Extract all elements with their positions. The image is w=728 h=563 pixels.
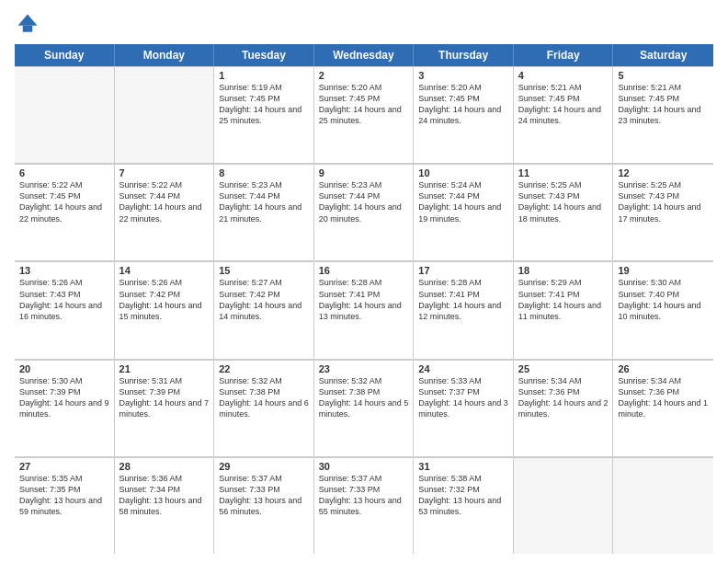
day-number: 18: [518, 265, 609, 276]
svg-marker-0: [18, 15, 38, 26]
day-number: 6: [19, 167, 109, 178]
day-content: Sunrise: 5:19 AM Sunset: 7:45 PM Dayligh…: [219, 82, 309, 127]
calendar: SundayMondayTuesdayWednesdayThursdayFrid…: [15, 44, 713, 554]
day-cell-25: 25Sunrise: 5:34 AM Sunset: 7:36 PM Dayli…: [514, 361, 614, 456]
day-content: Sunrise: 5:30 AM Sunset: 7:40 PM Dayligh…: [618, 277, 709, 322]
day-cell-17: 17Sunrise: 5:28 AM Sunset: 7:41 PM Dayli…: [414, 262, 514, 358]
day-number: 15: [219, 265, 309, 276]
day-content: Sunrise: 5:26 AM Sunset: 7:42 PM Dayligh…: [119, 277, 210, 322]
day-cell-20: 20Sunrise: 5:30 AM Sunset: 7:39 PM Dayli…: [15, 361, 115, 456]
day-number: 26: [618, 363, 709, 374]
day-cell-4: 4Sunrise: 5:21 AM Sunset: 7:45 PM Daylig…: [514, 67, 614, 163]
day-header-tuesday: Tuesday: [214, 44, 314, 66]
day-content: Sunrise: 5:23 AM Sunset: 7:44 PM Dayligh…: [219, 179, 309, 224]
empty-cell: [514, 458, 614, 554]
day-number: 17: [418, 265, 508, 276]
day-number: 21: [119, 363, 210, 374]
day-content: Sunrise: 5:37 AM Sunset: 7:33 PM Dayligh…: [219, 473, 309, 518]
day-number: 30: [319, 461, 409, 472]
day-content: Sunrise: 5:34 AM Sunset: 7:36 PM Dayligh…: [518, 375, 609, 420]
day-content: Sunrise: 5:31 AM Sunset: 7:39 PM Dayligh…: [119, 375, 210, 420]
day-content: Sunrise: 5:22 AM Sunset: 7:44 PM Dayligh…: [119, 179, 210, 224]
day-content: Sunrise: 5:28 AM Sunset: 7:41 PM Dayligh…: [319, 277, 409, 322]
day-cell-13: 13Sunrise: 5:26 AM Sunset: 7:43 PM Dayli…: [15, 262, 115, 358]
day-number: 27: [19, 461, 109, 472]
day-cell-15: 15Sunrise: 5:27 AM Sunset: 7:42 PM Dayli…: [214, 262, 314, 358]
day-cell-23: 23Sunrise: 5:32 AM Sunset: 7:38 PM Dayli…: [314, 361, 415, 456]
day-cell-9: 9Sunrise: 5:23 AM Sunset: 7:44 PM Daylig…: [314, 165, 415, 260]
day-content: Sunrise: 5:20 AM Sunset: 7:45 PM Dayligh…: [418, 82, 508, 127]
day-header-saturday: Saturday: [613, 44, 713, 66]
day-content: Sunrise: 5:21 AM Sunset: 7:45 PM Dayligh…: [618, 82, 709, 127]
day-cell-6: 6Sunrise: 5:22 AM Sunset: 7:45 PM Daylig…: [15, 165, 115, 260]
day-cell-21: 21Sunrise: 5:31 AM Sunset: 7:39 PM Dayli…: [115, 361, 215, 456]
day-number: 23: [319, 363, 409, 374]
day-number: 25: [518, 363, 609, 374]
day-content: Sunrise: 5:25 AM Sunset: 7:43 PM Dayligh…: [518, 179, 609, 224]
day-cell-3: 3Sunrise: 5:20 AM Sunset: 7:45 PM Daylig…: [414, 67, 514, 163]
day-cell-28: 28Sunrise: 5:36 AM Sunset: 7:34 PM Dayli…: [115, 458, 215, 554]
svg-rect-1: [23, 26, 33, 32]
day-number: 5: [618, 70, 709, 81]
logo-icon: [15, 11, 40, 37]
day-cell-1: 1Sunrise: 5:19 AM Sunset: 7:45 PM Daylig…: [214, 67, 314, 163]
day-content: Sunrise: 5:20 AM Sunset: 7:45 PM Dayligh…: [319, 82, 409, 127]
calendar-week-2: 6Sunrise: 5:22 AM Sunset: 7:45 PM Daylig…: [15, 164, 713, 261]
day-number: 7: [119, 167, 210, 178]
day-number: 19: [618, 265, 709, 276]
day-number: 3: [418, 70, 508, 81]
day-cell-5: 5Sunrise: 5:21 AM Sunset: 7:45 PM Daylig…: [613, 67, 713, 163]
calendar-week-5: 27Sunrise: 5:35 AM Sunset: 7:35 PM Dayli…: [15, 457, 713, 554]
day-number: 9: [319, 167, 409, 178]
day-content: Sunrise: 5:23 AM Sunset: 7:44 PM Dayligh…: [319, 179, 409, 224]
day-number: 13: [19, 265, 109, 276]
day-cell-26: 26Sunrise: 5:34 AM Sunset: 7:36 PM Dayli…: [613, 361, 713, 456]
day-number: 14: [119, 265, 210, 276]
day-content: Sunrise: 5:26 AM Sunset: 7:43 PM Dayligh…: [19, 277, 109, 322]
day-content: Sunrise: 5:38 AM Sunset: 7:32 PM Dayligh…: [418, 473, 508, 518]
calendar-week-1: 1Sunrise: 5:19 AM Sunset: 7:45 PM Daylig…: [15, 66, 713, 164]
day-cell-14: 14Sunrise: 5:26 AM Sunset: 7:42 PM Dayli…: [115, 262, 215, 358]
day-cell-12: 12Sunrise: 5:25 AM Sunset: 7:43 PM Dayli…: [613, 165, 713, 260]
day-cell-7: 7Sunrise: 5:22 AM Sunset: 7:44 PM Daylig…: [115, 165, 215, 260]
day-number: 2: [319, 70, 409, 81]
day-number: 12: [618, 167, 709, 178]
day-header-sunday: Sunday: [15, 44, 115, 66]
day-content: Sunrise: 5:32 AM Sunset: 7:38 PM Dayligh…: [219, 375, 309, 420]
day-number: 11: [518, 167, 609, 178]
day-number: 31: [418, 461, 508, 472]
calendar-week-4: 20Sunrise: 5:30 AM Sunset: 7:39 PM Dayli…: [15, 360, 713, 457]
calendar-week-3: 13Sunrise: 5:26 AM Sunset: 7:43 PM Dayli…: [15, 261, 713, 359]
day-content: Sunrise: 5:32 AM Sunset: 7:38 PM Dayligh…: [319, 375, 409, 420]
day-number: 4: [518, 70, 609, 81]
day-number: 8: [219, 167, 309, 178]
day-header-thursday: Thursday: [414, 44, 514, 66]
day-cell-8: 8Sunrise: 5:23 AM Sunset: 7:44 PM Daylig…: [214, 165, 314, 260]
day-number: 29: [219, 461, 309, 472]
day-content: Sunrise: 5:28 AM Sunset: 7:41 PM Dayligh…: [418, 277, 508, 322]
day-content: Sunrise: 5:29 AM Sunset: 7:41 PM Dayligh…: [518, 277, 609, 322]
day-content: Sunrise: 5:34 AM Sunset: 7:36 PM Dayligh…: [618, 375, 709, 420]
day-number: 20: [19, 363, 109, 374]
day-content: Sunrise: 5:24 AM Sunset: 7:44 PM Dayligh…: [418, 179, 508, 224]
day-content: Sunrise: 5:21 AM Sunset: 7:45 PM Dayligh…: [518, 82, 609, 127]
day-header-monday: Monday: [115, 44, 215, 66]
day-content: Sunrise: 5:30 AM Sunset: 7:39 PM Dayligh…: [19, 375, 109, 420]
page-header: [15, 11, 713, 37]
day-cell-18: 18Sunrise: 5:29 AM Sunset: 7:41 PM Dayli…: [514, 262, 614, 358]
logo: [15, 11, 44, 37]
day-header-wednesday: Wednesday: [314, 44, 415, 66]
day-number: 22: [219, 363, 309, 374]
day-content: Sunrise: 5:37 AM Sunset: 7:33 PM Dayligh…: [319, 473, 409, 518]
day-content: Sunrise: 5:36 AM Sunset: 7:34 PM Dayligh…: [119, 473, 210, 518]
empty-cell: [15, 67, 115, 163]
day-number: 10: [418, 167, 508, 178]
day-cell-11: 11Sunrise: 5:25 AM Sunset: 7:43 PM Dayli…: [514, 165, 614, 260]
day-number: 24: [418, 363, 508, 374]
day-content: Sunrise: 5:22 AM Sunset: 7:45 PM Dayligh…: [19, 179, 109, 224]
calendar-body: 1Sunrise: 5:19 AM Sunset: 7:45 PM Daylig…: [15, 66, 713, 554]
day-content: Sunrise: 5:25 AM Sunset: 7:43 PM Dayligh…: [618, 179, 709, 224]
day-content: Sunrise: 5:33 AM Sunset: 7:37 PM Dayligh…: [418, 375, 508, 420]
day-number: 28: [119, 461, 210, 472]
day-header-friday: Friday: [514, 44, 614, 66]
